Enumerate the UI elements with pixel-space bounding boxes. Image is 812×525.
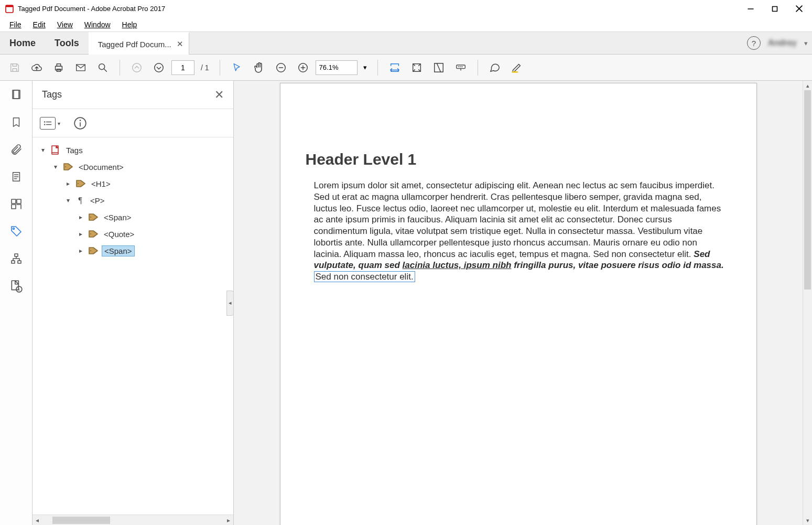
tab-close-icon[interactable]: ✕ [177, 39, 183, 49]
menu-edit[interactable]: Edit [28, 19, 51, 30]
chevron-right-icon[interactable]: ▸ [64, 180, 72, 187]
zoom-dropdown-icon[interactable]: ▾ [361, 60, 370, 75]
minimize-button[interactable] [739, 1, 763, 17]
fit-width-icon[interactable] [385, 58, 404, 77]
document-viewer[interactable]: Header Level 1 Lorem ipsum dolor sit ame… [234, 81, 803, 525]
zoom-out-icon[interactable] [272, 58, 290, 77]
tab-document[interactable]: Tagged Pdf Docum... ✕ [89, 32, 189, 55]
attachments-icon[interactable] [7, 141, 25, 158]
fullscreen-icon[interactable] [429, 58, 448, 77]
user-menu-chevron-icon[interactable]: ▾ [804, 39, 808, 47]
pdf-page: Header Level 1 Lorem ipsum dolor sit ame… [280, 83, 757, 525]
body-text-plain: Lorem ipsum dolor sit amet, consectetur … [314, 180, 721, 259]
window-title: Tagged Pdf Document - Adobe Acrobat Pro … [18, 5, 165, 13]
tag-icon [75, 179, 86, 188]
tags-panel: Tags ✕ ▾ ▾ Tags ▾ <Document> ▸ [33, 81, 234, 525]
tree-quote[interactable]: ▸ <Quote> [37, 226, 233, 242]
body-text-link[interactable]: lacinia luctus, ipsum nibh [403, 260, 512, 270]
menu-window[interactable]: Window [79, 19, 116, 30]
tree-span1[interactable]: ▸ <Span> [37, 209, 233, 226]
menu-file[interactable]: File [4, 19, 27, 30]
toolbar: / 1 ▾ [0, 55, 812, 81]
tree-span2[interactable]: ▸ <Span> [37, 242, 233, 259]
tab-document-label: Tagged Pdf Docum... [98, 40, 171, 49]
email-icon[interactable] [71, 58, 90, 77]
zoom-input[interactable] [316, 60, 358, 75]
cloud-upload-icon[interactable] [27, 58, 46, 77]
svg-point-27 [44, 121, 46, 123]
panel-horizontal-scrollbar[interactable]: ◂ ▸ [33, 515, 233, 525]
tree-quote-label: <Quote> [102, 229, 136, 239]
search-icon[interactable] [93, 58, 112, 77]
save-icon[interactable] [5, 58, 24, 77]
panel-close-icon[interactable]: ✕ [214, 88, 224, 102]
user-name[interactable]: Andrey [766, 38, 799, 48]
structure-icon[interactable] [7, 250, 25, 267]
svg-text:i: i [18, 287, 19, 292]
content-panel-icon[interactable] [7, 168, 25, 186]
acrobat-icon [5, 5, 14, 13]
scroll-up-icon[interactable]: ▴ [803, 81, 812, 90]
chevron-right-icon[interactable]: ▸ [77, 213, 85, 221]
fit-page-icon[interactable] [407, 58, 426, 77]
comment-icon[interactable] [485, 58, 504, 77]
highlight-pen-icon[interactable] [507, 58, 526, 77]
tags-panel-icon[interactable] [7, 222, 25, 240]
tree-h1-label: <H1> [89, 179, 113, 189]
page-down-icon[interactable] [149, 58, 168, 77]
svg-point-30 [80, 120, 81, 121]
main-area: i Tags ✕ ▾ ▾ Tags ▾ <Document> [0, 81, 812, 525]
tree-root[interactable]: ▾ Tags [37, 142, 233, 158]
print-icon[interactable] [49, 58, 68, 77]
hand-tool-icon[interactable] [250, 58, 268, 77]
chevron-down-icon[interactable]: ▾ [39, 146, 47, 154]
maximize-button[interactable] [763, 1, 787, 17]
tab-home[interactable]: Home [0, 32, 45, 54]
svg-rect-1 [773, 6, 777, 11]
scroll-thumb[interactable] [804, 90, 811, 290]
tree-span2-label: <Span> [102, 245, 135, 256]
svg-rect-17 [12, 199, 16, 203]
read-mode-icon[interactable] [451, 58, 470, 77]
pdf-icon [50, 146, 61, 154]
page-heading: Header Level 1 [306, 151, 725, 168]
menu-help[interactable]: Help [117, 19, 143, 30]
tree-h1[interactable]: ▸ <H1> [37, 175, 233, 192]
page-up-icon[interactable] [127, 58, 146, 77]
accessibility-report-icon[interactable]: i [7, 277, 25, 295]
thumbnails-icon[interactable] [7, 86, 25, 104]
tree-p[interactable]: ▾ ¶ <P> [37, 192, 233, 209]
scroll-thumb[interactable] [52, 517, 110, 524]
tab-tools[interactable]: Tools [45, 32, 89, 54]
help-icon[interactable]: ? [747, 36, 761, 50]
chevron-right-icon[interactable]: ▸ [77, 230, 85, 238]
selection-cursor-icon[interactable] [228, 58, 246, 77]
tag-icon [88, 247, 99, 255]
bookmarks-icon[interactable] [7, 113, 25, 131]
scroll-right-icon[interactable]: ▸ [224, 517, 233, 524]
scroll-left-icon[interactable]: ◂ [33, 517, 42, 524]
svg-point-35 [90, 233, 91, 234]
zoom-in-icon[interactable] [294, 58, 312, 77]
chevron-right-icon[interactable]: ▸ [77, 247, 85, 254]
title-bar: Tagged Pdf Document - Adobe Acrobat Pro … [0, 0, 812, 18]
menu-bar: File Edit View Window Help [0, 18, 812, 31]
panel-options-icon[interactable]: ▾ [40, 117, 56, 130]
panel-info-icon[interactable] [71, 114, 89, 132]
paragraph-icon: ¶ [75, 196, 85, 205]
order-panel-icon[interactable] [7, 195, 25, 213]
chevron-down-icon[interactable]: ▾ [64, 197, 72, 204]
chevron-down-icon[interactable]: ▾ [51, 163, 60, 170]
tree-document-label: <Document> [77, 162, 126, 172]
svg-point-7 [133, 63, 142, 72]
menu-view[interactable]: View [52, 19, 78, 30]
page-total-label: / 1 [201, 63, 209, 72]
scroll-down-icon[interactable]: ▾ [803, 516, 812, 525]
tags-tree[interactable]: ▾ Tags ▾ <Document> ▸ <H1> ▾ ¶ <P> ▸ [33, 137, 233, 515]
close-button[interactable] [787, 1, 811, 17]
vertical-scrollbar[interactable]: ▴ ▾ [803, 81, 812, 525]
tree-document[interactable]: ▾ <Document> [37, 158, 233, 175]
svg-point-33 [78, 183, 79, 184]
page-number-input[interactable] [171, 60, 194, 75]
panel-collapse-handle[interactable]: ◂ [226, 291, 234, 316]
